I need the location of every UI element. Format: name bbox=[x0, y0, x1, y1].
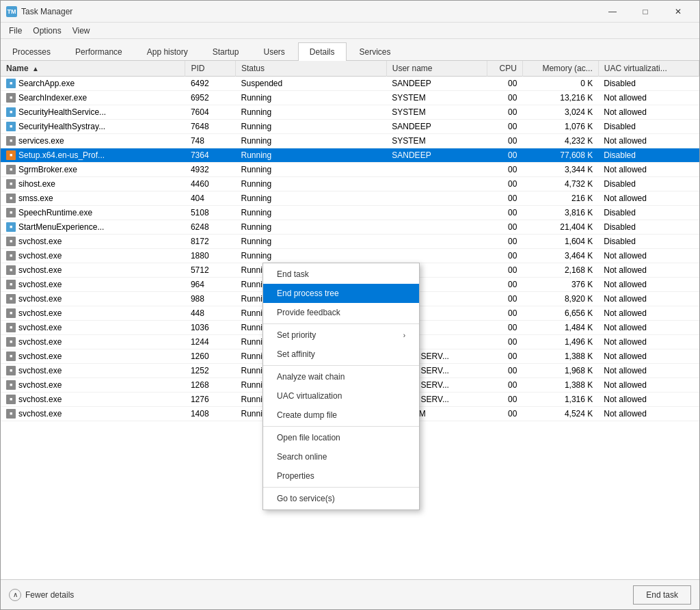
cell-memory: 1,388 K bbox=[522, 378, 598, 393]
cell-cpu: 00 bbox=[487, 191, 522, 206]
col-header-name[interactable]: Name ▲ bbox=[1, 61, 185, 77]
context-menu-item-go-to-services[interactable]: Go to service(s) bbox=[263, 489, 419, 508]
table-row[interactable]: ■ Setup.x64.en-us_Prof... 7364 Running S… bbox=[1, 148, 699, 163]
menu-view[interactable]: View bbox=[67, 25, 96, 37]
cell-uac: Not allowed bbox=[598, 335, 699, 349]
process-icon: ■ bbox=[6, 352, 16, 361]
process-name-text: smss.exe bbox=[18, 194, 53, 203]
cell-memory: 1,388 K bbox=[522, 349, 598, 364]
table-row[interactable]: ■ services.exe 748 Running SYSTEM 00 4,2… bbox=[1, 134, 699, 148]
cell-memory: 376 K bbox=[522, 278, 598, 292]
table-row[interactable]: ■ SearchApp.exe 6492 Suspended SANDEEP 0… bbox=[1, 77, 699, 91]
cell-uac: Not allowed bbox=[598, 364, 699, 378]
ctx-label: Set affinity bbox=[277, 349, 315, 359]
col-header-uac[interactable]: UAC virtualizati... bbox=[598, 61, 699, 77]
cell-uac: Disabled bbox=[598, 148, 699, 163]
tab-bar: Processes Performance App history Startu… bbox=[1, 39, 699, 61]
process-icon: ■ bbox=[6, 265, 16, 275]
cell-status: Running bbox=[235, 148, 386, 163]
context-menu-item-end-task[interactable]: End task bbox=[263, 265, 419, 284]
tab-startup[interactable]: Startup bbox=[201, 42, 251, 61]
cell-memory: 1,316 K bbox=[522, 393, 598, 407]
cell-pid: 404 bbox=[185, 191, 236, 206]
cell-status: Running bbox=[235, 120, 386, 134]
col-header-user[interactable]: User name bbox=[386, 61, 487, 77]
close-button[interactable]: ✕ bbox=[662, 1, 694, 23]
cell-uac: Not allowed bbox=[598, 292, 699, 306]
cell-pid: 7364 bbox=[185, 148, 236, 163]
cell-memory: 1,968 K bbox=[522, 364, 598, 378]
cell-cpu: 00 bbox=[487, 349, 522, 364]
table-row[interactable]: ■ smss.exe 404 Running 00 216 K Not allo… bbox=[1, 191, 699, 206]
process-name-text: svchost.exe bbox=[18, 395, 62, 404]
tab-performance[interactable]: Performance bbox=[64, 42, 134, 61]
context-menu-item-end-process-tree[interactable]: End process tree bbox=[263, 284, 419, 303]
context-menu-item-set-priority[interactable]: Set priority› bbox=[263, 326, 419, 345]
process-name-text: svchost.exe bbox=[18, 352, 62, 361]
context-menu-item-create-dump-file[interactable]: Create dump file bbox=[263, 406, 419, 425]
cell-memory: 1,604 K bbox=[522, 235, 598, 249]
cell-pid: 1408 bbox=[185, 407, 236, 421]
fewer-details-button[interactable]: ∧ Fewer details bbox=[9, 589, 74, 601]
context-menu-separator bbox=[263, 365, 419, 366]
tab-services[interactable]: Services bbox=[348, 42, 403, 61]
process-icon: ■ bbox=[6, 280, 16, 289]
tab-app-history[interactable]: App history bbox=[135, 42, 200, 61]
table-row[interactable]: ■ sihost.exe 4460 Running 00 4,732 K Dis… bbox=[1, 177, 699, 191]
cell-name: ■ svchost.exe bbox=[1, 292, 185, 306]
process-icon: ■ bbox=[6, 136, 16, 146]
cell-user: SANDEEP bbox=[386, 77, 487, 91]
col-header-status[interactable]: Status bbox=[235, 61, 386, 77]
context-menu-item-set-affinity[interactable]: Set affinity bbox=[263, 345, 419, 364]
cell-user bbox=[386, 206, 487, 220]
col-header-cpu[interactable]: CPU bbox=[487, 61, 522, 77]
cell-cpu: 00 bbox=[487, 364, 522, 378]
tab-users[interactable]: Users bbox=[252, 42, 296, 61]
cell-pid: 1252 bbox=[185, 364, 236, 378]
process-name-text: svchost.exe bbox=[18, 323, 62, 332]
cell-cpu: 00 bbox=[487, 77, 522, 91]
maximize-button[interactable]: □ bbox=[630, 1, 661, 23]
process-icon: ■ bbox=[6, 308, 16, 318]
table-row[interactable]: ■ SpeechRuntime.exe 5108 Running 00 3,81… bbox=[1, 206, 699, 220]
context-menu-item-provide-feedback[interactable]: Provide feedback bbox=[263, 303, 419, 322]
context-menu-item-search-online[interactable]: Search online bbox=[263, 447, 419, 466]
context-menu-item-properties[interactable]: Properties bbox=[263, 466, 419, 486]
cell-status: Running bbox=[235, 249, 386, 263]
cell-name: ■ svchost.exe bbox=[1, 321, 185, 335]
cell-pid: 6248 bbox=[185, 220, 236, 235]
ctx-label: Properties bbox=[277, 471, 314, 481]
cell-user: SYSTEM bbox=[386, 105, 487, 120]
cell-uac: Not allowed bbox=[598, 378, 699, 393]
end-task-button[interactable]: End task bbox=[633, 585, 691, 605]
table-row[interactable]: ■ SecurityHealthService... 7604 Running … bbox=[1, 105, 699, 120]
cell-name: ■ svchost.exe bbox=[1, 306, 185, 321]
table-row[interactable]: ■ svchost.exe 1880 Running 00 3,464 K No… bbox=[1, 249, 699, 263]
table-row[interactable]: ■ svchost.exe 8172 Running 00 1,604 K Di… bbox=[1, 235, 699, 249]
menu-file[interactable]: File bbox=[3, 25, 27, 37]
tab-details[interactable]: Details bbox=[298, 42, 347, 61]
ctx-label: Set priority bbox=[277, 330, 316, 340]
table-row[interactable]: ■ SecurityHealthSystray... 7648 Running … bbox=[1, 120, 699, 134]
context-menu-item-open-file-location[interactable]: Open file location bbox=[263, 428, 419, 447]
cell-user: SANDEEP bbox=[386, 148, 487, 163]
col-header-pid[interactable]: PID bbox=[185, 61, 236, 77]
cell-name: ■ smss.exe bbox=[1, 191, 185, 206]
tab-processes[interactable]: Processes bbox=[1, 42, 62, 61]
col-header-memory[interactable]: Memory (ac... bbox=[522, 61, 598, 77]
minimize-button[interactable]: — bbox=[597, 1, 628, 23]
cell-memory: 1,484 K bbox=[522, 321, 598, 335]
context-menu-separator bbox=[263, 487, 419, 488]
cell-name: ■ svchost.exe bbox=[1, 349, 185, 364]
table-row[interactable]: ■ StartMenuExperience... 6248 Running 00… bbox=[1, 220, 699, 235]
table-row[interactable]: ■ SgrmBroker.exe 4932 Running 00 3,344 K… bbox=[1, 163, 699, 177]
cell-uac: Disabled bbox=[598, 206, 699, 220]
cell-pid: 748 bbox=[185, 134, 236, 148]
table-row[interactable]: ■ SearchIndexer.exe 6952 Running SYSTEM … bbox=[1, 91, 699, 105]
cell-memory: 2,168 K bbox=[522, 263, 598, 278]
process-icon: ■ bbox=[6, 337, 16, 347]
context-menu-item-uac-virtualization[interactable]: UAC virtualization bbox=[263, 386, 419, 406]
context-menu-item-analyze-wait-chain[interactable]: Analyze wait chain bbox=[263, 367, 419, 386]
menu-options[interactable]: Options bbox=[27, 25, 66, 37]
cell-cpu: 00 bbox=[487, 134, 522, 148]
